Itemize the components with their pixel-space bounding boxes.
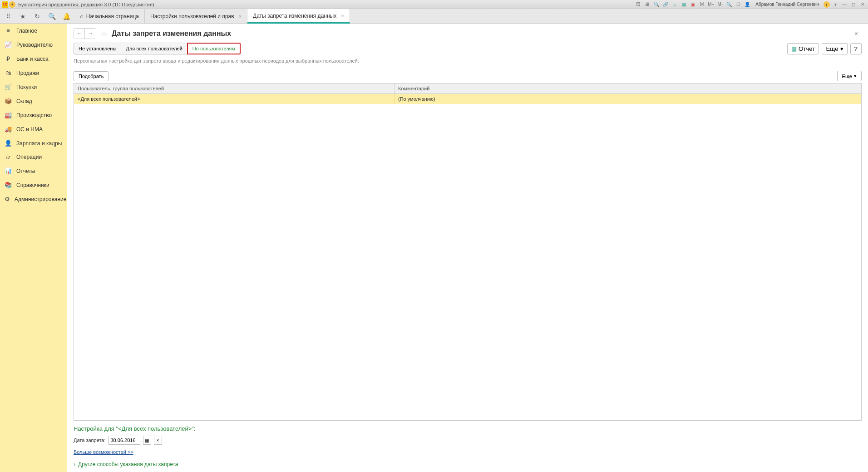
help-button[interactable]: ? xyxy=(850,43,862,54)
sidebar-item-label: Справочники xyxy=(16,182,49,188)
sidebar-item-hr[interactable]: 👤Зарплата и кадры xyxy=(0,136,67,150)
m-plus-label[interactable]: M+ xyxy=(707,1,715,8)
save-icon[interactable]: 🖫 xyxy=(635,1,642,8)
minimize-icon[interactable]: — xyxy=(841,1,848,8)
page-title: Даты запрета изменения данных xyxy=(112,30,231,38)
titlebar: 1C ▾ Бухгалтерия предприятия, редакция 3… xyxy=(0,0,868,9)
chevron-right-icon: › xyxy=(74,461,75,467)
dt-icon: Дт xyxy=(5,155,12,159)
close-icon[interactable]: × xyxy=(341,13,344,19)
close-page-icon[interactable]: × xyxy=(851,28,862,39)
calendar-button[interactable]: ▦ xyxy=(143,436,151,445)
sidebar-item-admin[interactable]: ⚙Администрирование xyxy=(0,192,67,206)
box-icon: 📦 xyxy=(5,98,12,104)
close-window-icon[interactable]: ✕ xyxy=(859,1,866,8)
sidebar-item-label: Операции xyxy=(16,154,42,160)
sidebar-item-assets[interactable]: 🚚ОС и НМА xyxy=(0,122,67,136)
bag-icon: 🛍 xyxy=(5,69,12,76)
sidebar-item-label: Главное xyxy=(16,28,37,34)
window-icon[interactable]: ☐ xyxy=(735,1,742,8)
column-comment[interactable]: Комментарий xyxy=(395,84,861,93)
print-icon[interactable]: 🖶 xyxy=(644,1,651,8)
sidebar-item-label: Покупки xyxy=(16,84,37,90)
sidebar-item-production[interactable]: 🏭Производство xyxy=(0,108,67,122)
tab-home[interactable]: ⌂ Начальная страница xyxy=(74,9,145,23)
expand-label: Другие способы указания даты запрета xyxy=(78,461,178,467)
table-row[interactable]: <Для всех пользователей> (По умолчанию) xyxy=(74,94,861,104)
sidebar-item-main[interactable]: ≡Главное xyxy=(0,24,67,38)
calendar-icon[interactable]: ▦ xyxy=(680,1,687,8)
date-input[interactable] xyxy=(108,436,140,445)
more-button[interactable]: Еще▾ xyxy=(822,43,847,54)
tab-label: Даты запрета изменения данных xyxy=(253,13,336,19)
m-label[interactable]: M xyxy=(698,1,705,8)
sidebar-item-operations[interactable]: ДтОперации xyxy=(0,150,67,164)
close-icon[interactable]: × xyxy=(239,14,242,19)
app-title: Бухгалтерия предприятия, редакция 3.0 (1… xyxy=(18,2,635,7)
gear-icon: ⚙ xyxy=(5,196,10,202)
tab-user-settings[interactable]: Настройки пользователей и прав × xyxy=(145,9,247,23)
chart-icon: 📈 xyxy=(5,41,12,48)
favorite-star-icon[interactable]: ☆ xyxy=(101,30,107,38)
preview-icon[interactable]: 🔍 xyxy=(653,1,660,8)
mode-by-users[interactable]: По пользователям xyxy=(187,43,241,54)
page-description: Персональная настройка дат запрета ввода… xyxy=(67,58,868,69)
sidebar-item-sales[interactable]: 🛍Продажи xyxy=(0,66,67,80)
truck-icon: 🚚 xyxy=(5,126,12,133)
search-icon[interactable]: 🔍 xyxy=(46,11,57,22)
sidebar-item-reports[interactable]: 📊Отчеты xyxy=(0,164,67,178)
books-icon: 📚 xyxy=(5,182,12,188)
mode-all-users[interactable]: Для всех пользователей xyxy=(121,43,187,54)
expand-other-ways[interactable]: › Другие способы указания даты запрета xyxy=(74,461,862,467)
mode-not-set[interactable]: Не установлены xyxy=(74,43,121,54)
sidebar-item-warehouse[interactable]: 📦Склад xyxy=(0,94,67,108)
app-logo-icon: 1C xyxy=(2,1,8,8)
history-icon[interactable]: ↻ xyxy=(32,11,43,22)
clear-date-button[interactable]: × xyxy=(154,436,162,445)
calc-icon[interactable]: ⌂ xyxy=(671,1,678,8)
tab-date-lock[interactable]: Даты запрета изменения данных × xyxy=(247,9,350,24)
sidebar-item-label: Отчеты xyxy=(16,168,35,174)
maximize-icon[interactable]: ◻ xyxy=(850,1,857,8)
report-button[interactable]: ▦Отчет xyxy=(787,43,819,54)
pick-button[interactable]: Подобрать xyxy=(74,71,108,81)
report-icon: ▦ xyxy=(791,45,797,52)
chevron-down-icon: ▾ xyxy=(854,73,857,79)
current-user[interactable]: Абрамов Геннадий Сергеевич xyxy=(755,2,819,7)
tabs: ⌂ Начальная страница Настройки пользоват… xyxy=(74,9,868,23)
main-icon: ≡ xyxy=(5,27,12,34)
link-icon[interactable]: 🔗 xyxy=(662,1,669,8)
grid-more-button[interactable]: Еще▾ xyxy=(837,71,862,81)
sidebar-item-bank[interactable]: ₽Банк и касса xyxy=(0,52,67,66)
back-button[interactable]: ← xyxy=(74,29,85,39)
sidebar-item-label: Склад xyxy=(16,98,32,104)
zoom-icon[interactable]: 🔍 xyxy=(725,1,733,8)
sidebar-item-label: Производство xyxy=(16,112,52,118)
sidebar-item-purchases[interactable]: 🛒Покупки xyxy=(0,80,67,94)
sidebar-item-label: Банк и касса xyxy=(16,56,49,62)
date-label: Дата запрета: xyxy=(74,438,106,443)
forward-button[interactable]: → xyxy=(85,29,96,39)
settings-title: Настройка для "<Для всех пользователей>"… xyxy=(74,425,862,432)
users-grid: Пользователь, группа пользователей Комме… xyxy=(74,83,862,421)
info-dropdown-icon[interactable]: ▾ xyxy=(832,1,839,8)
column-user[interactable]: Пользователь, группа пользователей xyxy=(74,84,395,93)
cart-icon: 🛒 xyxy=(5,84,12,90)
sidebar-item-label: Администрирование xyxy=(15,196,66,202)
apps-icon[interactable]: ⠿ xyxy=(3,11,14,22)
m-minus-label[interactable]: M- xyxy=(716,1,724,8)
more-options-link[interactable]: Больше возможностей >> xyxy=(74,449,133,455)
cell-user: <Для всех пользователей> xyxy=(74,94,395,104)
factory-icon: 🏭 xyxy=(5,112,12,118)
bell-icon[interactable]: 🔔 xyxy=(61,11,72,22)
sidebar-item-manager[interactable]: 📈Руководителю xyxy=(0,38,67,52)
app-menu-dropdown[interactable]: ▾ xyxy=(9,1,15,8)
user-icon: 👤 xyxy=(744,1,751,8)
info-icon[interactable]: i xyxy=(824,1,830,8)
tab-label: Настройки пользователей и прав xyxy=(150,13,234,20)
ruble-icon: ₽ xyxy=(5,55,12,62)
sidebar-item-refs[interactable]: 📚Справочники xyxy=(0,178,67,192)
star-icon[interactable]: ★ xyxy=(17,11,28,22)
date-icon[interactable]: ▣ xyxy=(689,1,696,8)
mode-switcher: Не установлены Для всех пользователей По… xyxy=(74,43,241,54)
